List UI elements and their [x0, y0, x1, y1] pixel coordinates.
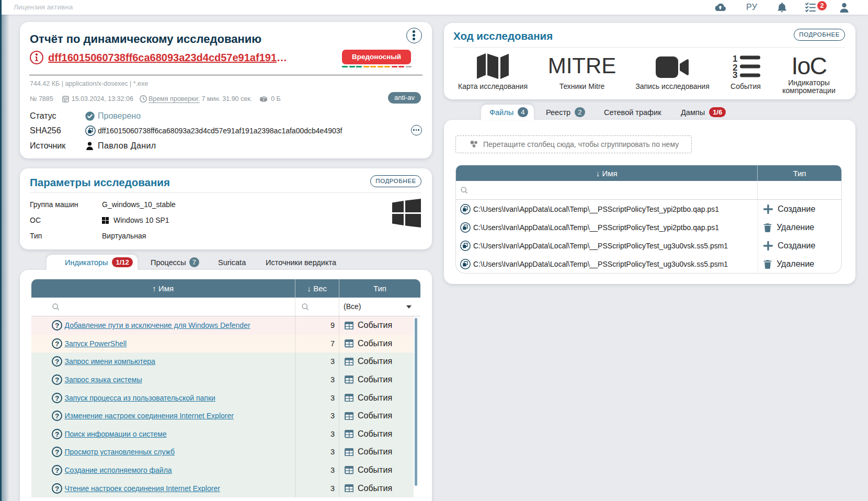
- svg-text:?: ?: [54, 376, 59, 384]
- svg-text:?: ?: [54, 358, 59, 366]
- svg-text:?: ?: [54, 322, 59, 329]
- svg-text:?: ?: [54, 466, 59, 474]
- svg-text:?: ?: [54, 430, 59, 438]
- svg-text:?: ?: [54, 339, 59, 347]
- svg-text:?: ?: [54, 412, 59, 420]
- svg-text:?: ?: [54, 484, 59, 492]
- svg-text:3: 3: [733, 70, 737, 78]
- svg-text:?: ?: [54, 448, 59, 456]
- svg-text:?: ?: [54, 394, 59, 402]
